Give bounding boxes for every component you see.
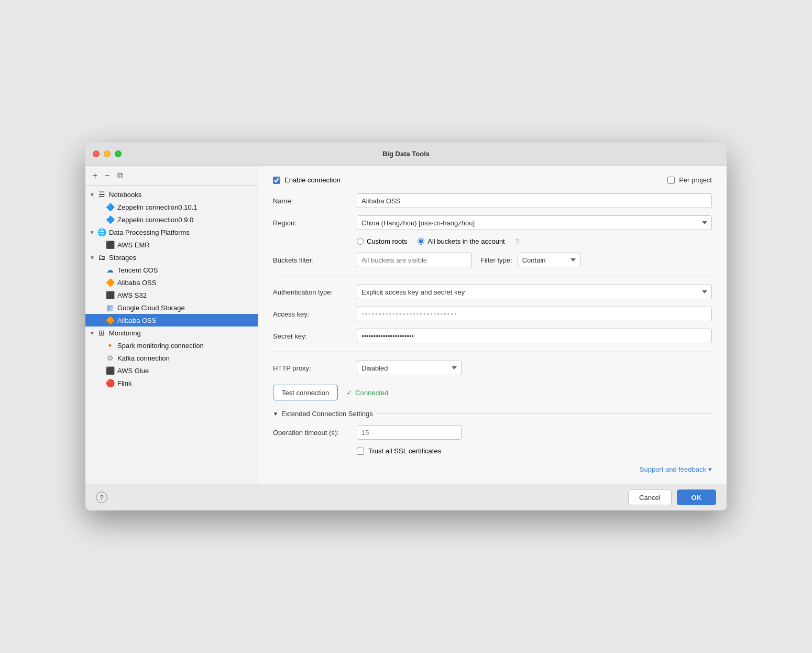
access-key-row: Access key:	[273, 307, 712, 321]
kafka-label: Kafka connection	[117, 354, 170, 362]
chevron-down-icon: ▾	[708, 465, 712, 473]
secret-key-input[interactable]	[357, 329, 712, 343]
name-label: Name:	[273, 197, 357, 205]
http-proxy-label: HTTP proxy:	[273, 364, 357, 372]
buckets-filter-input[interactable]	[357, 253, 472, 267]
tree-item-alibaba-oss-selected[interactable]: 🔶 Alibaba OSS	[85, 314, 258, 326]
ssl-checkbox[interactable]	[357, 448, 364, 455]
tree-item-google-cloud[interactable]: ▦ Google Cloud Storage	[85, 301, 258, 314]
flink-label: Flink	[117, 379, 131, 387]
collapse-icon[interactable]: ▼	[273, 411, 278, 417]
extended-section: ▼ Extended Connection Settings Operation…	[273, 410, 712, 455]
operation-timeout-input[interactable]	[357, 425, 462, 440]
ok-button[interactable]: OK	[677, 489, 717, 505]
all-buckets-label: All buckets in the account	[427, 237, 504, 245]
tree-item-spark[interactable]: ✦ Spark monitoring connection	[85, 339, 258, 352]
region-select[interactable]: China (Hangzhou) [oss-cn-hangzhou]	[357, 215, 712, 230]
tree-item-tencent-cos[interactable]: ☁ Tencent COS	[85, 264, 258, 276]
enable-checkbox[interactable]	[273, 177, 280, 184]
auth-type-select[interactable]: Explicit access key and secret key	[357, 285, 712, 299]
custom-roots-radio[interactable]	[357, 238, 364, 245]
all-buckets-option[interactable]: All buckets in the account	[418, 237, 504, 245]
http-proxy-row: HTTP proxy: Disabled	[273, 361, 712, 375]
tree-item-zeppelin2[interactable]: 🔷 Zeppelin connection0.9.0	[85, 213, 258, 226]
buckets-filter-label: Buckets filter:	[273, 256, 357, 264]
zeppelin1-icon: 🔷	[105, 202, 115, 212]
top-row: Enable connection Per project	[273, 176, 712, 184]
arrow-icon: ▼	[90, 330, 97, 336]
titlebar: Big Data Tools	[85, 143, 727, 166]
main-window: Big Data Tools + − ⧉ ▼ ☰ Notebooks	[85, 143, 727, 510]
secret-key-label: Secret key:	[273, 332, 357, 340]
divider	[273, 276, 712, 276]
support-link[interactable]: Support and feedback ▾	[640, 465, 712, 473]
ssl-label: Trust all SSL certificates	[368, 447, 441, 455]
section-line	[376, 413, 712, 414]
bottom-bar: ? Cancel OK	[85, 484, 727, 510]
tree-item-aws-s3[interactable]: ⬛ AWS S32	[85, 289, 258, 301]
kafka-icon: ⚙	[105, 353, 115, 363]
remove-button[interactable]: −	[103, 170, 112, 181]
aws-s3-label: AWS S32	[117, 291, 147, 299]
google-cloud-icon: ▦	[105, 303, 115, 312]
tree-item-zeppelin1[interactable]: 🔷 Zeppelin connection0.10.1	[85, 201, 258, 213]
access-key-label: Access key:	[273, 310, 357, 318]
maximize-button[interactable]	[115, 150, 122, 157]
tree-item-aws-glue[interactable]: ⬛ AWS Glue	[85, 364, 258, 377]
close-button[interactable]	[93, 150, 100, 157]
filter-type-label: Filter type:	[480, 256, 512, 264]
bottom-buttons: Cancel OK	[628, 489, 716, 505]
tencent-cos-icon: ☁	[105, 265, 115, 275]
tencent-cos-label: Tencent COS	[117, 266, 158, 274]
spark-icon: ✦	[105, 341, 115, 350]
test-connection-button[interactable]: Test connection	[273, 385, 338, 400]
section-header: ▼ Extended Connection Settings	[273, 410, 712, 418]
per-project-checkbox[interactable]	[667, 177, 675, 184]
tree-item-kafka[interactable]: ⚙ Kafka connection	[85, 352, 258, 364]
name-input[interactable]	[357, 193, 712, 208]
window-title: Big Data Tools	[382, 150, 430, 158]
all-buckets-radio[interactable]	[418, 238, 424, 245]
arrow-icon: ▼	[90, 230, 97, 235]
toolbar: + − ⧉	[85, 166, 258, 186]
help-button[interactable]: ?	[96, 492, 107, 503]
copy-button[interactable]: ⧉	[115, 170, 125, 181]
support-label: Support and feedback	[640, 465, 706, 473]
test-row: Test connection ✓ Connected	[273, 385, 712, 400]
google-cloud-label: Google Cloud Storage	[117, 304, 185, 312]
main-content: + − ⧉ ▼ ☰ Notebooks 🔷 Zeppelin connectio…	[85, 166, 727, 484]
access-key-input[interactable]	[357, 307, 712, 321]
tree-item-alibaba-oss[interactable]: 🔶 Alibaba OSS	[85, 276, 258, 289]
enable-label: Enable connection	[284, 176, 341, 184]
add-button[interactable]: +	[91, 170, 100, 181]
alibaba-oss-selected-icon: 🔶	[105, 315, 115, 325]
left-panel: + − ⧉ ▼ ☰ Notebooks 🔷 Zeppelin connectio…	[85, 166, 258, 484]
spark-label: Spark monitoring connection	[117, 342, 204, 350]
extended-label: Extended Connection Settings	[281, 410, 373, 418]
storages-icon: 🗂	[97, 253, 106, 262]
connected-status: ✓ Connected	[346, 389, 388, 397]
tree-item-notebooks[interactable]: ▼ ☰ Notebooks	[85, 188, 258, 201]
tree-item-data-processing[interactable]: ▼ 🌐 Data Processing Platforms	[85, 226, 258, 238]
http-proxy-select[interactable]: Disabled	[357, 361, 462, 375]
zeppelin1-label: Zeppelin connection0.10.1	[117, 203, 197, 211]
aws-emr-label: AWS EMR	[117, 241, 150, 249]
filter-type-select[interactable]: Contain	[518, 253, 580, 267]
notebooks-label: Notebooks	[109, 191, 141, 199]
bucket-options-row: Custom roots All buckets in the account …	[273, 237, 712, 245]
alibaba-oss-icon: 🔶	[105, 278, 115, 287]
minimize-button[interactable]	[104, 150, 111, 157]
custom-roots-option[interactable]: Custom roots	[357, 237, 407, 245]
tree-item-monitoring[interactable]: ▼ ⊞ Monitoring	[85, 326, 258, 339]
aws-glue-icon: ⬛	[105, 366, 115, 375]
check-icon: ✓	[346, 389, 352, 397]
tree-item-aws-emr[interactable]: ⬛ AWS EMR	[85, 238, 258, 251]
tree-item-flink[interactable]: 🔴 Flink	[85, 377, 258, 389]
monitoring-icon: ⊞	[97, 328, 106, 338]
auth-type-label: Authentication type:	[273, 288, 357, 296]
zeppelin2-label: Zeppelin connection0.9.0	[117, 216, 193, 224]
tree-item-storages[interactable]: ▼ 🗂 Storages	[85, 251, 258, 264]
cancel-button[interactable]: Cancel	[628, 489, 671, 505]
custom-roots-label: Custom roots	[367, 237, 407, 245]
secret-key-row: Secret key:	[273, 329, 712, 343]
